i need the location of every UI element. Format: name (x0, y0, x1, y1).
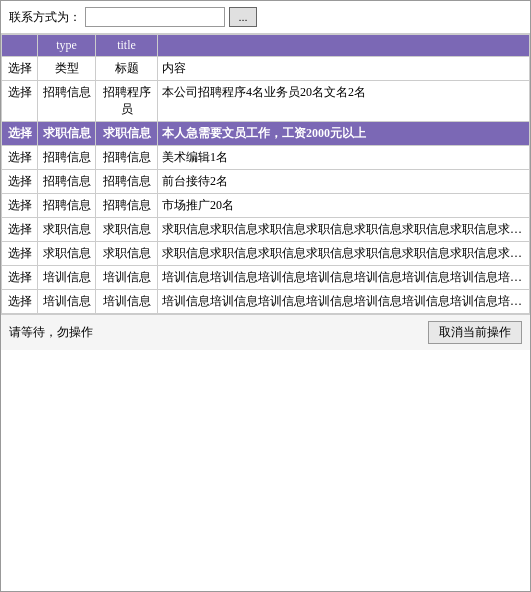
header-col-type: type (38, 35, 96, 57)
table-row[interactable]: 选择求职信息求职信息求职信息求职信息求职信息求职信息求职信息求职信息求职信息求职… (2, 242, 530, 266)
select-cell[interactable]: 选择 (2, 81, 38, 122)
table-row[interactable]: 选择培训信息培训信息培训信息培训信息培训信息培训信息培训信息培训信息培训信息培训… (2, 266, 530, 290)
type-cell: 类型 (38, 57, 96, 81)
type-cell: 招聘信息 (38, 194, 96, 218)
status-text: 请等待，勿操作 (9, 324, 420, 341)
table-row[interactable]: 选择求职信息求职信息求职信息求职信息求职信息求职信息求职信息求职信息求职信息求职… (2, 218, 530, 242)
content-cell: 市场推广20名 (158, 194, 530, 218)
title-cell: 培训信息 (96, 266, 158, 290)
cancel-button[interactable]: 取消当前操作 (428, 321, 522, 344)
top-bar: 联系方式为： ... (1, 1, 530, 34)
title-cell: 标题 (96, 57, 158, 81)
type-cell: 求职信息 (38, 122, 96, 146)
header-col-select (2, 35, 38, 57)
title-cell: 招聘程序员 (96, 81, 158, 122)
select-cell[interactable]: 选择 (2, 218, 38, 242)
type-cell: 求职信息 (38, 218, 96, 242)
select-cell[interactable]: 选择 (2, 146, 38, 170)
content-cell: 求职信息求职信息求职信息求职信息求职信息求职信息求职信息求职信息 (158, 218, 530, 242)
table-row[interactable]: 选择类型标题内容 (2, 57, 530, 81)
title-cell: 招聘信息 (96, 194, 158, 218)
table-row[interactable]: 选择招聘信息招聘程序员本公司招聘程序4名业务员20名文名2名 (2, 81, 530, 122)
content-cell: 前台接待2名 (158, 170, 530, 194)
table-row[interactable]: 选择招聘信息招聘信息美术编辑1名 (2, 146, 530, 170)
content-cell: 本人急需要文员工作，工资2000元以上 (158, 122, 530, 146)
select-cell[interactable]: 选择 (2, 57, 38, 81)
table-row[interactable]: 选择招聘信息招聘信息市场推广20名 (2, 194, 530, 218)
title-cell: 招聘信息 (96, 146, 158, 170)
content-cell: 培训信息培训信息培训信息培训信息培训信息培训信息培训信息培训信息培训信息培训信息… (158, 290, 530, 314)
title-cell: 招聘信息 (96, 170, 158, 194)
table-header-row: type title (2, 35, 530, 57)
table-row[interactable]: 选择培训信息培训信息培训信息培训信息培训信息培训信息培训信息培训信息培训信息培训… (2, 290, 530, 314)
select-cell[interactable]: 选择 (2, 242, 38, 266)
contact-label: 联系方式为： (9, 9, 81, 26)
more-button[interactable]: ... (229, 7, 257, 27)
table-container: type title 选择类型标题内容选择招聘信息招聘程序员本公司招聘程序4名业… (1, 34, 530, 314)
content-cell: 内容 (158, 57, 530, 81)
type-cell: 招聘信息 (38, 146, 96, 170)
select-cell[interactable]: 选择 (2, 170, 38, 194)
contact-input[interactable] (85, 7, 225, 27)
type-cell: 求职信息 (38, 242, 96, 266)
select-cell[interactable]: 选择 (2, 122, 38, 146)
type-cell: 培训信息 (38, 290, 96, 314)
title-cell: 求职信息 (96, 218, 158, 242)
table-row[interactable]: 选择招聘信息招聘信息前台接待2名 (2, 170, 530, 194)
type-cell: 招聘信息 (38, 170, 96, 194)
type-cell: 招聘信息 (38, 81, 96, 122)
select-cell[interactable]: 选择 (2, 266, 38, 290)
title-cell: 求职信息 (96, 242, 158, 266)
header-col-content (158, 35, 530, 57)
title-cell: 求职信息 (96, 122, 158, 146)
content-cell: 本公司招聘程序4名业务员20名文名2名 (158, 81, 530, 122)
content-cell: 求职信息求职信息求职信息求职信息求职信息求职信息求职信息求职信息求职信息求职信息… (158, 242, 530, 266)
header-col-title: title (96, 35, 158, 57)
content-cell: 培训信息培训信息培训信息培训信息培训信息培训信息培训信息培训信息培训信息 (158, 266, 530, 290)
bottom-bar: 请等待，勿操作 取消当前操作 (1, 314, 530, 350)
title-cell: 培训信息 (96, 290, 158, 314)
select-cell[interactable]: 选择 (2, 290, 38, 314)
type-cell: 培训信息 (38, 266, 96, 290)
content-cell: 美术编辑1名 (158, 146, 530, 170)
select-cell[interactable]: 选择 (2, 194, 38, 218)
table-row[interactable]: 选择求职信息求职信息本人急需要文员工作，工资2000元以上 (2, 122, 530, 146)
